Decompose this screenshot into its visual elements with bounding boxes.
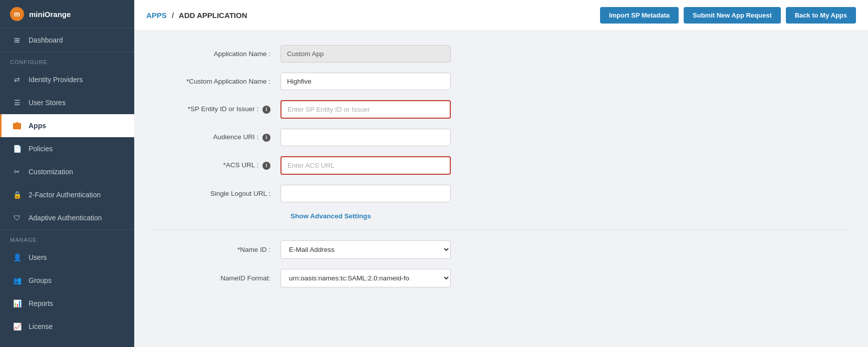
sidebar-label-customization: Customization (29, 168, 73, 176)
logo-icon: m (10, 7, 24, 21)
sidebar-item-2fa[interactable]: 🔒 2-Factor Authentication (0, 183, 134, 206)
custom-application-name-label: *Custom Application Name : (150, 78, 280, 85)
sp-entity-id-row: *SP Entity ID or Issuer : i (150, 100, 852, 119)
sp-entity-id-input[interactable] (280, 100, 451, 119)
single-logout-url-input[interactable] (280, 185, 451, 202)
sidebar-logo: m miniOrange (0, 0, 134, 29)
apps-icon (12, 120, 23, 131)
sp-entity-info-icon[interactable]: i (262, 106, 270, 114)
reports-icon: 📊 (12, 298, 23, 309)
policies-icon: 📄 (12, 143, 23, 154)
audience-uri-label: Audience URI : i (150, 133, 280, 142)
custom-application-name-row: *Custom Application Name : (150, 73, 852, 90)
single-logout-url-label: Single Logout URL : (150, 190, 280, 197)
sidebar-label-policies: Policies (29, 145, 53, 153)
nameid-format-select[interactable]: urn:oasis:names:tc:SAML:2.0:nameid-fo ur… (280, 269, 451, 287)
breadcrumb-apps-link[interactable]: APPS (146, 11, 167, 20)
sidebar: m miniOrange ⊞ Dashboard Configure ⇄ Ide… (0, 0, 134, 347)
sp-entity-id-label: *SP Entity ID or Issuer : i (150, 105, 280, 114)
dashboard-icon: ⊞ (12, 35, 23, 46)
sidebar-item-groups[interactable]: 👥 Groups (0, 269, 134, 292)
application-name-label: Application Name : (150, 50, 280, 58)
sidebar-item-apps[interactable]: Apps (0, 114, 134, 137)
groups-icon: 👥 (12, 275, 23, 286)
acs-url-input[interactable] (280, 156, 451, 175)
customization-icon: ✂ (12, 166, 23, 177)
sidebar-item-identity-providers[interactable]: ⇄ Identity Providers (0, 68, 134, 91)
nameid-format-row: NameID Format: urn:oasis:names:tc:SAML:2… (150, 269, 852, 287)
custom-application-name-input[interactable] (280, 73, 451, 90)
sidebar-label-users: Users (29, 253, 47, 261)
import-sp-metadata-button[interactable]: Import SP Metadata (600, 7, 679, 24)
sidebar-label-adaptive-auth: Adaptive Authentication (29, 214, 102, 222)
license-icon: 📈 (12, 321, 23, 332)
topbar-actions: Import SP Metadata Submit New App Reques… (600, 7, 856, 24)
name-id-label: *Name ID : (150, 246, 280, 253)
nameid-format-label: NameID Format: (150, 274, 280, 282)
acs-url-row: *ACS URL : i (150, 156, 852, 175)
acs-url-label: *ACS URL : i (150, 161, 280, 170)
acs-url-info-icon[interactable]: i (262, 162, 270, 170)
logo-text: miniOrange (29, 10, 71, 19)
form-divider (150, 230, 852, 230)
audience-uri-input[interactable] (280, 129, 451, 146)
sidebar-item-dashboard[interactable]: ⊞ Dashboard (0, 29, 134, 52)
sidebar-label-2fa: 2-Factor Authentication (29, 191, 101, 199)
sidebar-item-customization[interactable]: ✂ Customization (0, 160, 134, 183)
svg-marker-1 (16, 122, 18, 123)
submit-new-app-request-button[interactable]: Submit New App Request (684, 7, 781, 24)
sidebar-label-groups: Groups (29, 276, 52, 284)
sidebar-label-dashboard: Dashboard (29, 36, 63, 44)
sidebar-item-license[interactable]: 📈 License (0, 315, 134, 338)
topbar: APPS / ADD APPLICATION Import SP Metadat… (134, 0, 868, 31)
manage-section-label: Manage (0, 229, 134, 246)
show-advanced-settings-link[interactable]: Show Advanced Settings (291, 212, 852, 220)
sidebar-item-policies[interactable]: 📄 Policies (0, 137, 134, 160)
back-to-my-apps-button[interactable]: Back to My Apps (786, 7, 856, 24)
2fa-icon: 🔒 (12, 189, 23, 200)
sidebar-item-users[interactable]: 👤 Users (0, 246, 134, 269)
identity-providers-icon: ⇄ (12, 74, 23, 85)
sidebar-label-user-stores: User Stores (29, 99, 66, 107)
svg-rect-0 (13, 123, 21, 130)
sidebar-label-identity-providers: Identity Providers (29, 76, 83, 84)
application-name-row: Application Name : (150, 45, 852, 63)
adaptive-auth-icon: 🛡 (12, 212, 23, 223)
configure-section-label: Configure (0, 52, 134, 68)
user-stores-icon: ☰ (12, 97, 23, 108)
audience-uri-row: Audience URI : i (150, 129, 852, 146)
add-application-form: Application Name : *Custom Application N… (134, 31, 868, 311)
single-logout-url-row: Single Logout URL : (150, 185, 852, 202)
breadcrumb-separator: / (172, 11, 174, 20)
sidebar-label-apps: Apps (29, 122, 46, 130)
audience-uri-info-icon[interactable]: i (262, 134, 270, 142)
sidebar-item-adaptive-auth[interactable]: 🛡 Adaptive Authentication (0, 206, 134, 229)
breadcrumb: APPS / ADD APPLICATION (146, 11, 247, 20)
sidebar-item-reports[interactable]: 📊 Reports (0, 292, 134, 315)
application-name-input (280, 45, 451, 63)
main-content: APPS / ADD APPLICATION Import SP Metadat… (134, 0, 868, 347)
name-id-row: *Name ID : E-Mail Address Username Phone (150, 240, 852, 259)
sidebar-label-license: License (29, 322, 53, 330)
sidebar-item-user-stores[interactable]: ☰ User Stores (0, 91, 134, 114)
name-id-select[interactable]: E-Mail Address Username Phone (280, 240, 451, 259)
sidebar-label-reports: Reports (29, 299, 53, 307)
breadcrumb-current: ADD APPLICATION (179, 11, 247, 20)
users-icon: 👤 (12, 252, 23, 263)
